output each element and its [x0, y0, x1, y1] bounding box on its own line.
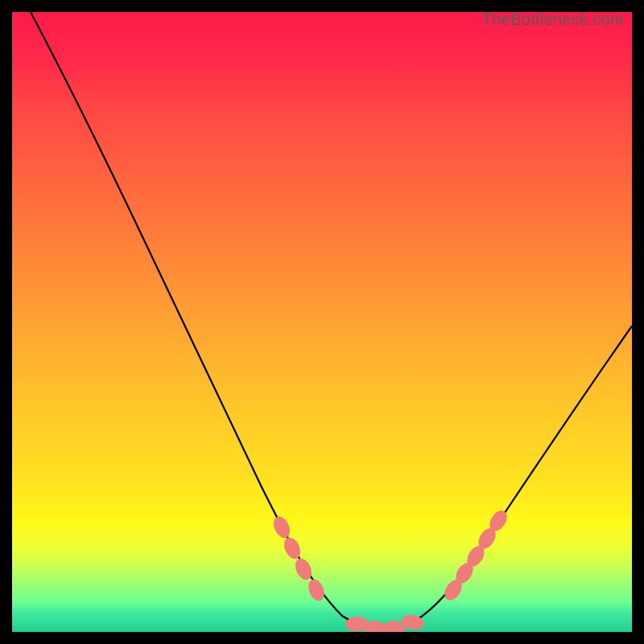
- data-point: [281, 535, 303, 562]
- highlighted-points-group: [270, 507, 510, 632]
- bottleneck-curve: [31, 12, 632, 630]
- data-point: [270, 514, 293, 541]
- watermark-text: TheBottleneck.com: [482, 10, 624, 29]
- chart-container: TheBottleneck.com: [12, 12, 632, 632]
- data-point: [305, 577, 327, 604]
- chart-svg: [12, 12, 632, 632]
